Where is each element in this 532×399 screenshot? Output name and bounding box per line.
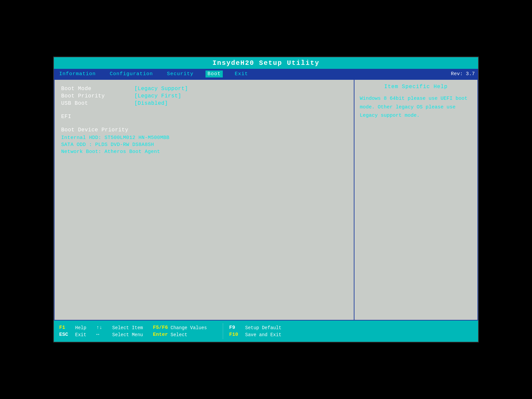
left-panel: Boot Mode [Legacy Support] Boot Priority… (55, 80, 354, 320)
footer-values-group: F5/F6 Change Values Enter Select (153, 325, 207, 337)
device-sata[interactable]: SATA ODD : PLDS DVD-RW DS8A8SH (61, 142, 347, 148)
f9-label: Setup Default (245, 325, 281, 331)
footer-f9f10-group: F9 Setup Default F10 Save and Exit (229, 325, 281, 337)
nav-bar: Information Configuration Security Boot … (54, 69, 478, 79)
device-network[interactable]: Network Boot: Atheros Boot Agent (61, 149, 347, 155)
footer-nav-group: ↑↓ Select Item ↔ Select Menu (96, 325, 143, 337)
f1-key: F1 (59, 325, 72, 331)
nav-information[interactable]: Information (57, 70, 98, 77)
usb-boot-label: USB Boot (61, 100, 134, 106)
boot-mode-value: [Legacy Support] (134, 86, 188, 92)
footer: F1 Help ESC Exit ↑↓ Select Item ↔ Select… (54, 321, 478, 342)
usb-boot-row[interactable]: USB Boot [Disabled] (61, 100, 347, 106)
esc-key: ESC (59, 332, 72, 337)
updown-key: ↑↓ (96, 325, 110, 331)
help-text: Windows 8 64bit please use UEFI boot mod… (360, 94, 472, 120)
boot-priority-label: Boot Priority (61, 93, 134, 99)
boot-device-section-header: Boot Device Priority (61, 127, 347, 133)
nav-configuration[interactable]: Configuration (108, 70, 155, 77)
app-title: InsydeH20 Setup Utility (212, 59, 320, 67)
nav-menu: Information Configuration Security Boot … (57, 70, 250, 77)
usb-boot-value: [Disabled] (134, 100, 168, 106)
updown-label: Select Item (112, 325, 143, 331)
f5f6-key: F5/F6 (153, 325, 168, 331)
main-content: Boot Mode [Legacy Support] Boot Priority… (54, 79, 478, 321)
boot-mode-label: Boot Mode (61, 86, 134, 92)
efi-row[interactable]: EFI (61, 114, 347, 120)
help-title: Item Specific Help (360, 84, 472, 90)
nav-boot[interactable]: Boot (205, 70, 223, 77)
boot-priority-row[interactable]: Boot Priority [Legacy First] (61, 93, 347, 99)
nav-security[interactable]: Security (165, 70, 196, 77)
f5f6-label: Change Values (171, 325, 207, 331)
f9-key: F9 (229, 325, 242, 331)
title-bar: InsydeH20 Setup Utility (54, 57, 478, 69)
f10-key: F10 (229, 332, 242, 337)
enter-key: Enter (153, 332, 168, 337)
enter-label: Select (171, 332, 187, 337)
f10-label: Save and Exit (245, 332, 281, 337)
efi-label: EFI (61, 114, 134, 120)
footer-divider (223, 323, 223, 339)
bios-screen: InsydeH20 Setup Utility Information Conf… (53, 57, 479, 342)
footer-f1-group: F1 Help ESC Exit (59, 325, 86, 337)
f1-label: Help (75, 325, 86, 331)
revision: Rev: 3.7 (451, 71, 475, 77)
leftright-label: Select Menu (112, 332, 143, 337)
right-panel: Item Specific Help Windows 8 64bit pleas… (354, 80, 477, 320)
esc-label: Exit (75, 332, 86, 337)
boot-mode-row[interactable]: Boot Mode [Legacy Support] (61, 86, 347, 92)
boot-priority-value: [Legacy First] (134, 93, 181, 99)
leftright-key: ↔ (96, 332, 110, 337)
nav-exit[interactable]: Exit (233, 70, 250, 77)
device-hdd[interactable]: Internal HDD: ST500LM012 HN-M500MBB (61, 135, 347, 141)
